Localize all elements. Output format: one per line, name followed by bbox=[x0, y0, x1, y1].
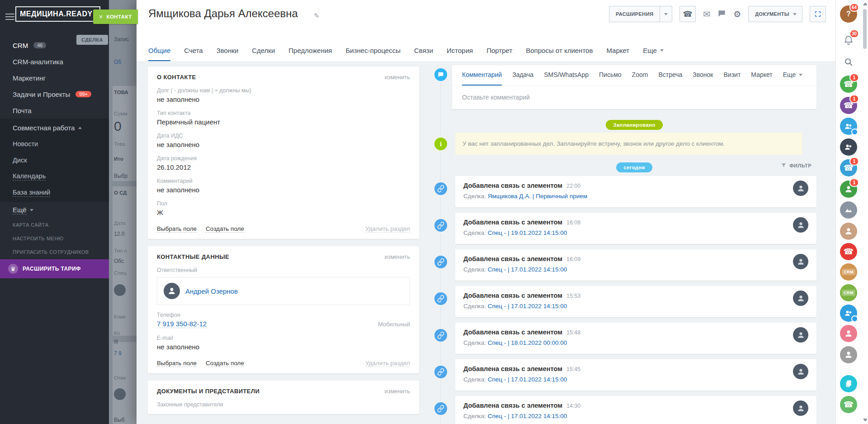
tab-business-processes[interactable]: Бизнес-процессы bbox=[345, 40, 401, 61]
person-app-grey[interactable] bbox=[840, 346, 857, 363]
upgrade-plan-button[interactable]: ♛ РАСШИРИТЬ ТАРИФ bbox=[0, 259, 109, 278]
extensions-dropdown-toggle[interactable] bbox=[660, 6, 672, 22]
tab-general[interactable]: Общие bbox=[148, 40, 170, 61]
responsible-avatar[interactable] bbox=[164, 283, 180, 299]
documents-button[interactable]: ДОКУМЕНТЫ bbox=[748, 6, 802, 22]
tab-more[interactable]: Еще bbox=[643, 40, 664, 61]
sidebar-item-calendar[interactable]: Календарь bbox=[0, 168, 109, 185]
tab-relations[interactable]: Связи bbox=[414, 40, 433, 61]
crm-app-green[interactable]: CRM bbox=[840, 284, 857, 301]
extensions-button[interactable]: РАСШИРЕНИЯ bbox=[609, 6, 672, 22]
contact-slider-close-button[interactable]: × КОНТАКТ bbox=[93, 10, 138, 24]
timeline-entry-link[interactable]: Ямщикова Д.А. | Первичный прием bbox=[488, 193, 587, 200]
messenger-phone-teal[interactable]: ☎ 1 bbox=[840, 159, 857, 176]
timeline-card[interactable]: Добавлена связь с элементом14:30 Сделка:… bbox=[455, 396, 816, 424]
activity-tab-more[interactable]: Еще bbox=[783, 65, 803, 86]
comment-input[interactable] bbox=[452, 86, 816, 109]
phone-app-red[interactable]: ☎ bbox=[840, 243, 857, 260]
activity-tab-task[interactable]: Задача bbox=[512, 65, 533, 86]
notifications-button[interactable]: 30 bbox=[840, 32, 857, 49]
deal-slider-label[interactable]: СДЕЛКА bbox=[76, 35, 108, 45]
activity-tab-sms-whatsapp[interactable]: SMS/WhatsApp bbox=[544, 65, 589, 86]
create-field-link[interactable]: Создать поле bbox=[206, 360, 244, 367]
scroll-down-arrow[interactable] bbox=[863, 419, 868, 422]
create-field-link[interactable]: Создать поле bbox=[206, 225, 244, 233]
phone-app-green-2[interactable]: ☎ bbox=[840, 396, 857, 413]
timeline-card[interactable]: Добавлена связь с элементом22:00 Сделка:… bbox=[455, 176, 816, 207]
chat-people-blue-2[interactable] bbox=[840, 305, 857, 322]
support-button[interactable]: ? 64 bbox=[840, 5, 857, 23]
tab-portrait[interactable]: Портрет bbox=[486, 40, 512, 61]
avatar-photo-2[interactable] bbox=[840, 223, 857, 240]
gear-icon[interactable]: ⚙ bbox=[733, 10, 741, 19]
mail-icon[interactable]: ✉ bbox=[703, 10, 710, 19]
sidebar-item-disk[interactable]: Диск bbox=[0, 152, 109, 168]
responsible-name-link[interactable]: Андрей Озернов bbox=[185, 287, 238, 295]
sidebar-item-marketing[interactable]: Маркетинг bbox=[0, 70, 109, 86]
edit-title-icon[interactable]: ✎ bbox=[314, 12, 320, 20]
activity-tab-meeting[interactable]: Встреча bbox=[658, 65, 682, 86]
avatar[interactable] bbox=[793, 217, 808, 233]
activity-tab-market[interactable]: Маркет bbox=[751, 65, 772, 86]
app-icon-dark[interactable] bbox=[840, 138, 857, 156]
avatar[interactable] bbox=[793, 291, 808, 306]
timeline-card[interactable]: Добавлена связь с элементом16:09 Сделка:… bbox=[455, 213, 816, 244]
timeline-entry-link[interactable]: Спец - | 17.01.2022 14:15:00 bbox=[488, 303, 567, 310]
activity-tab-zoom[interactable]: Zoom bbox=[632, 65, 648, 86]
fullscreen-button[interactable] bbox=[810, 6, 826, 22]
tab-calls[interactable]: Звонки bbox=[217, 40, 238, 61]
activity-tab-email[interactable]: Письмо bbox=[599, 65, 622, 86]
person-app-pink[interactable] bbox=[840, 325, 857, 342]
avatar[interactable] bbox=[793, 400, 808, 416]
timeline-entry-link[interactable]: Спец - | 17.01.2022 14:15:00 bbox=[488, 413, 567, 419]
sidebar-item-news[interactable]: Новости bbox=[0, 136, 109, 152]
timeline-entry-link[interactable]: Спец - | 19.01.2022 14:15:00 bbox=[488, 229, 567, 236]
messenger-phone-green[interactable]: ☎ 1 bbox=[840, 76, 857, 93]
edit-link[interactable]: изменить bbox=[384, 74, 410, 81]
sidebar-item-collaboration[interactable]: Совместная работа bbox=[0, 119, 109, 136]
search-button[interactable] bbox=[840, 53, 857, 71]
avatar[interactable] bbox=[793, 364, 808, 379]
scroll-up-arrow[interactable] bbox=[863, 2, 868, 5]
documents-app-teal[interactable] bbox=[840, 375, 857, 392]
tab-history[interactable]: История bbox=[447, 40, 473, 61]
edit-link[interactable]: изменить bbox=[384, 253, 410, 260]
activity-tab-comment[interactable]: Комментарий bbox=[462, 65, 502, 86]
avatar-photo-1[interactable] bbox=[840, 201, 857, 219]
edit-link[interactable]: изменить bbox=[384, 388, 410, 395]
phone-number-link[interactable]: 7 919 350-82-12 bbox=[157, 320, 207, 328]
sidebar-item-crm-analytics[interactable]: CRM-аналитика bbox=[0, 53, 109, 70]
tab-invoices[interactable]: Счета bbox=[184, 40, 203, 61]
sitemap-link[interactable]: КАРТА САЙТА bbox=[0, 218, 109, 232]
sidebar-item-more[interactable]: Ещё bbox=[0, 202, 109, 218]
sidebar-item-knowledge-base[interactable]: База знаний bbox=[0, 185, 109, 201]
timeline-entry-link[interactable]: Спец - | 18.01.2022 00:00:00 bbox=[488, 339, 567, 346]
avatar[interactable] bbox=[793, 181, 808, 196]
timeline-card[interactable]: Добавлена связь с элементом15:48 Сделка:… bbox=[455, 323, 816, 354]
logo[interactable]: МЕДИЦИНА.READY bbox=[15, 6, 100, 22]
configure-menu-link[interactable]: НАСТРОИТЬ МЕНЮ bbox=[0, 232, 109, 245]
delete-section-link[interactable]: Удалить раздел bbox=[365, 225, 410, 233]
sidebar-item-tasks[interactable]: Задачи и Проекты 99+ bbox=[0, 86, 109, 102]
sidebar-item-mail[interactable]: Почта bbox=[0, 102, 109, 119]
messenger-phone-purple[interactable]: ☎ 1 bbox=[840, 97, 857, 114]
select-field-link[interactable]: Выбрать поле bbox=[157, 225, 197, 233]
scrollbar-thumb[interactable] bbox=[863, 9, 867, 49]
planned-badge[interactable]: Запланировано bbox=[606, 120, 663, 130]
delete-section-link[interactable]: Удалить раздел bbox=[365, 360, 410, 367]
avatar[interactable] bbox=[793, 327, 808, 343]
activity-tab-call[interactable]: Звонок bbox=[693, 65, 713, 86]
call-button[interactable]: ☎ bbox=[679, 6, 696, 22]
timeline-card[interactable]: Добавлена связь с элементом15:53 Сделка:… bbox=[455, 286, 816, 317]
avatar[interactable] bbox=[793, 254, 808, 269]
tab-quotes[interactable]: Предложения bbox=[288, 40, 332, 61]
select-field-link[interactable]: Выбрать поле bbox=[157, 360, 197, 367]
tab-deals[interactable]: Сделки bbox=[252, 40, 275, 61]
invite-employees-link[interactable]: ПРИГЛАСИТЬ СОТРУДНИКОВ bbox=[0, 245, 109, 259]
timeline-filter-button[interactable]: ФИЛЬТР bbox=[781, 162, 811, 168]
menu-toggle-icon[interactable] bbox=[5, 12, 14, 22]
crm-app-orange[interactable]: CRM bbox=[840, 263, 857, 281]
timeline-entry-link[interactable]: Спец - | 17.01.2022 14:15:00 bbox=[488, 266, 567, 273]
timeline-entry-link[interactable]: Спец - | 17.01.2022 14:15:00 bbox=[488, 376, 567, 383]
tab-client-questions[interactable]: Вопросы от клиентов bbox=[526, 40, 593, 61]
